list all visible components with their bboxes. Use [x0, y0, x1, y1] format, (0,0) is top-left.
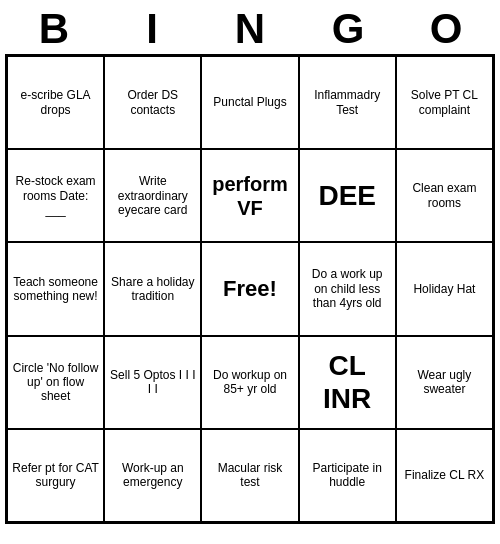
cell-r3-c1: Sell 5 Optos I I I I I: [104, 336, 201, 429]
cell-r0-c1: Order DS contacts: [104, 56, 201, 149]
cell-r3-c2: Do workup on 85+ yr old: [201, 336, 298, 429]
cell-r2-c4: Holiday Hat: [396, 242, 493, 335]
letter-o: O: [401, 8, 491, 50]
cell-r0-c0: e-scribe GLA drops: [7, 56, 104, 149]
cell-r0-c3: Inflammadry Test: [299, 56, 396, 149]
cell-r2-c0: Teach someone something new!: [7, 242, 104, 335]
cell-r4-c2: Macular risk test: [201, 429, 298, 522]
bingo-grid: e-scribe GLA dropsOrder DS contactsPunct…: [5, 54, 495, 524]
cell-r2-c3: Do a work up on child less than 4yrs old: [299, 242, 396, 335]
cell-r1-c4: Clean exam rooms: [396, 149, 493, 242]
letter-n: N: [205, 8, 295, 50]
cell-r1-c2: perform VF: [201, 149, 298, 242]
cell-r3-c4: Wear ugly sweater: [396, 336, 493, 429]
letter-i: I: [107, 8, 197, 50]
cell-r1-c3: DEE: [299, 149, 396, 242]
cell-r1-c1: Write extraordinary eyecare card: [104, 149, 201, 242]
cell-r3-c0: Circle 'No follow up' on flow sheet: [7, 336, 104, 429]
bingo-title: B I N G O: [5, 0, 495, 54]
cell-r2-c2: Free!: [201, 242, 298, 335]
cell-r1-c0: Re-stock exam rooms Date: ___: [7, 149, 104, 242]
letter-b: B: [9, 8, 99, 50]
cell-r4-c3: Participate in huddle: [299, 429, 396, 522]
cell-r4-c1: Work-up an emergency: [104, 429, 201, 522]
cell-r0-c4: Solve PT CL complaint: [396, 56, 493, 149]
cell-r4-c4: Finalize CL RX: [396, 429, 493, 522]
cell-r2-c1: Share a holiday tradition: [104, 242, 201, 335]
cell-r4-c0: Refer pt for CAT surgury: [7, 429, 104, 522]
cell-r3-c3: CL INR: [299, 336, 396, 429]
letter-g: G: [303, 8, 393, 50]
cell-r0-c2: Punctal Plugs: [201, 56, 298, 149]
